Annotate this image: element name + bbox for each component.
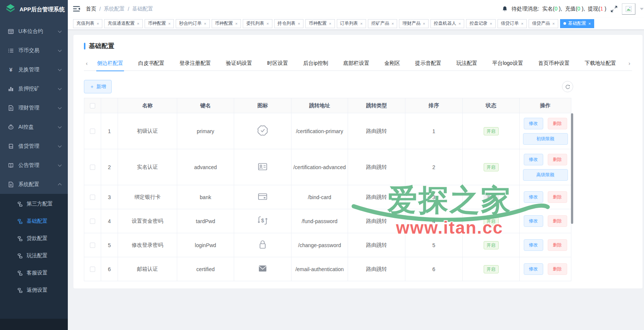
nav-tab-active[interactable]: 基础配置× — [560, 19, 594, 28]
subtab-kingkong[interactable]: 金刚区 — [377, 56, 408, 71]
nav-tab[interactable]: 借贷产品× — [529, 19, 558, 28]
status-badge: 开启 — [484, 241, 499, 249]
sidebar-item-exchange[interactable]: ¥ 兑换管理 — [0, 60, 68, 79]
row-checkbox[interactable] — [90, 195, 95, 200]
fund-transfer-icon: $ — [257, 222, 269, 228]
close-icon[interactable]: × — [235, 21, 238, 26]
edit-button[interactable]: 修改 — [524, 118, 543, 129]
close-icon[interactable]: × — [459, 21, 461, 26]
delete-button[interactable]: 删除 — [548, 215, 567, 227]
refresh-button[interactable] — [562, 81, 573, 92]
sidebar-item-lending[interactable]: 借贷管理 — [0, 136, 68, 156]
subtab-admin-ip[interactable]: 后台ip控制 — [296, 56, 336, 71]
subtab-whitepaper[interactable]: 白皮书配置 — [131, 56, 172, 71]
close-icon[interactable]: × — [552, 21, 554, 26]
delete-button[interactable]: 删除 — [548, 154, 567, 165]
sidebar-item-u-contract[interactable]: U本位合约 — [0, 22, 68, 41]
edit-button[interactable]: 修改 — [524, 263, 543, 275]
delete-button[interactable]: 删除 — [548, 263, 567, 275]
bell-icon[interactable] — [502, 6, 508, 12]
breadcrumb-system-config[interactable]: 系统配置 — [104, 6, 125, 12]
delete-button[interactable]: 删除 — [548, 191, 567, 203]
close-icon[interactable]: × — [490, 21, 492, 26]
sidebar-item-staking[interactable]: 质押挖矿 — [0, 79, 68, 98]
nav-tab[interactable]: 挖矿产品× — [368, 19, 397, 28]
sidebar-item-ai-control[interactable]: AI控盘 — [0, 117, 68, 136]
close-icon[interactable]: × — [360, 21, 363, 26]
subtab-timezone[interactable]: 时区设置 — [260, 56, 296, 71]
add-button[interactable]: ＋ 新增 — [84, 80, 112, 93]
close-icon[interactable]: × — [266, 21, 269, 26]
nav-tab[interactable]: 委托列表× — [243, 19, 272, 28]
link-icon — [17, 236, 23, 242]
hamburger-icon[interactable] — [73, 6, 81, 12]
subtab-platform-logo[interactable]: 平台logo设置 — [485, 56, 530, 71]
row-checkbox[interactable] — [90, 267, 95, 272]
nav-tab[interactable]: 币种配置× — [145, 19, 174, 28]
close-icon[interactable]: × — [168, 21, 170, 26]
subtab-home-coin[interactable]: 首页币种设置 — [530, 56, 577, 71]
subtab-captcha[interactable]: 验证码设置 — [218, 56, 260, 71]
close-icon[interactable]: × — [137, 21, 139, 26]
select-all-checkbox[interactable] — [90, 103, 95, 108]
chevron-down-icon — [58, 86, 62, 90]
sidebar-subitem-rebate[interactable]: 返佣设置 — [0, 282, 68, 299]
sidebar-item-announcement[interactable]: 公告管理 — [0, 156, 68, 175]
sidebar-item-coin-trade[interactable]: 币币交易 — [0, 41, 68, 60]
close-icon[interactable]: × — [329, 21, 331, 26]
edit-button[interactable]: 修改 — [524, 154, 543, 165]
sidebar-subitem-customer-service[interactable]: 客服设置 — [0, 264, 68, 282]
close-icon[interactable]: × — [521, 21, 523, 26]
edit-button[interactable]: 修改 — [524, 191, 543, 203]
subtab-login-register[interactable]: 登录注册配置 — [172, 56, 218, 71]
chevron-down-icon — [58, 163, 62, 166]
subtabs-next-arrow[interactable]: › — [626, 60, 632, 66]
close-icon[interactable]: × — [97, 21, 99, 26]
sidebar-item-system-config[interactable]: 系统配置 — [0, 175, 68, 194]
toolbar: ＋ 新增 — [84, 80, 573, 93]
close-icon[interactable]: × — [298, 21, 300, 26]
subtab-sidebar-config[interactable]: 侧边栏配置 — [90, 56, 131, 71]
row-checkbox[interactable] — [90, 165, 95, 170]
nav-tab[interactable]: 理财产品× — [399, 19, 428, 28]
sidebar-item-wealth[interactable]: 理财管理 — [0, 98, 68, 117]
avatar[interactable] — [622, 3, 635, 15]
nav-tab[interactable]: 币种配置× — [212, 19, 241, 28]
delete-button[interactable]: 删除 — [548, 239, 567, 251]
subtab-sound[interactable]: 提示音配置 — [408, 56, 449, 71]
nav-tab[interactable]: 秒合约订单× — [176, 19, 209, 28]
table-scrollbar[interactable] — [571, 113, 573, 224]
close-icon[interactable]: × — [423, 21, 425, 26]
breadcrumb-home[interactable]: 首页 — [86, 6, 96, 12]
close-icon[interactable]: × — [589, 21, 591, 26]
sidebar-subitem-basic-config[interactable]: 基础配置 — [0, 213, 68, 230]
nav-tab[interactable]: 控盘机器人× — [430, 19, 464, 28]
fullscreen-icon[interactable] — [611, 6, 617, 12]
nav-tab[interactable]: 订单列表× — [337, 19, 366, 28]
sidebar-subitem-loan-config[interactable]: 贷款配置 — [0, 230, 68, 247]
subtab-play[interactable]: 玩法配置 — [449, 56, 485, 71]
edit-button[interactable]: 修改 — [524, 239, 543, 251]
sidebar-subitem-third-party[interactable]: 第三方配置 — [0, 195, 68, 213]
subtabs-prev-arrow[interactable]: ‹ — [84, 60, 90, 66]
close-icon[interactable]: × — [391, 21, 394, 26]
row-checkbox[interactable] — [90, 219, 95, 224]
caret-down-icon[interactable] — [640, 8, 644, 10]
nav-tab[interactable]: 币种配置× — [305, 19, 335, 28]
close-icon[interactable]: × — [204, 21, 206, 26]
sidebar-subitem-play-config[interactable]: 玩法配置 — [0, 247, 68, 264]
nav-tab[interactable]: 充值列表× — [73, 19, 102, 28]
row-checkbox[interactable] — [90, 243, 95, 248]
advanced-limit-button[interactable]: 高级限额 — [523, 169, 568, 181]
nav-tab[interactable]: 持仓列表× — [274, 19, 303, 28]
nav-tab[interactable]: 充值通道配置× — [104, 19, 142, 28]
nav-tab[interactable]: 控盘记录× — [466, 19, 495, 28]
primary-limit-button[interactable]: 初级限额 — [523, 133, 568, 145]
row-checkbox[interactable] — [90, 129, 95, 134]
nav-tab[interactable]: 借贷订单× — [498, 19, 527, 28]
subtab-footer-bar[interactable]: 底部栏设置 — [336, 56, 377, 71]
subtab-download-url[interactable]: 下载地址配置 — [577, 56, 623, 71]
app-title: APP后台管理系统 — [19, 6, 65, 13]
delete-button[interactable]: 删除 — [548, 118, 567, 129]
edit-button[interactable]: 修改 — [524, 215, 543, 227]
